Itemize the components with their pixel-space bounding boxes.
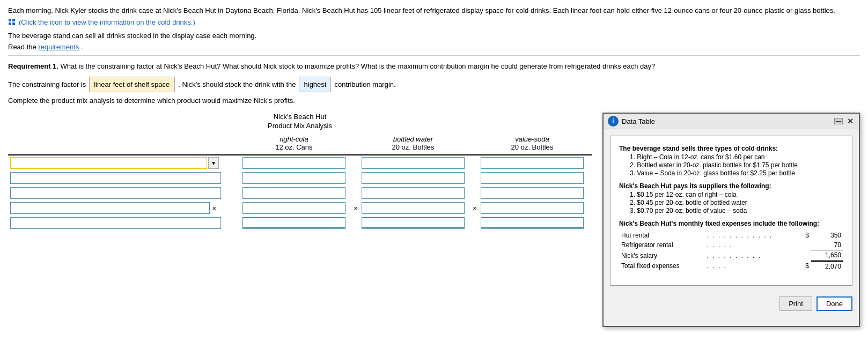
constraining-suffix: contribution margin. (334, 78, 395, 91)
expense-amount-hut: 350 (811, 231, 843, 240)
dropdown-arrow-btn[interactable]: ▼ (208, 157, 219, 169)
table-row-last (8, 216, 592, 231)
bottled-water-cell-2 (354, 170, 473, 185)
multiply-symbol-1: × (212, 204, 216, 212)
svg-rect-1 (12, 19, 15, 21)
expense-dollar-hut: $ (800, 231, 811, 240)
period: . (81, 43, 83, 51)
label-cell-3 (8, 185, 234, 201)
constraining-row: The constraining factor is linear feet o… (8, 77, 860, 92)
col-bottled-water-bottom: 20 oz. Bottles (356, 143, 470, 153)
label-cell-2 (8, 170, 234, 185)
dialog-controls: — ✕ (834, 117, 855, 125)
expense-row-total: Total fixed expenses . . . . $ 2,070 (619, 261, 843, 272)
drinks-title: The beverage stand sells three types of … (619, 145, 843, 152)
label-dropdown-container: ▼ (10, 157, 232, 169)
constraining-fill-box[interactable]: linear feet of shelf space (89, 77, 175, 92)
label-input-2[interactable] (10, 172, 221, 184)
supplier-section: Nick's Beach Hut pays its suppliers the … (619, 182, 843, 214)
main-layout: Nick's Beach Hut Product Mix Analysis ri… (8, 113, 860, 327)
right-cola-input-3[interactable] (242, 187, 346, 199)
table-row: ▼ (8, 155, 592, 170)
bottled-water-input-2[interactable] (362, 172, 465, 184)
value-soda-input-2[interactable] (481, 172, 584, 184)
drinks-section: The beverage stand sells three types of … (619, 145, 843, 177)
done-button[interactable]: Done (816, 296, 852, 311)
expense-row-refrig: Refrigerator rental . . . . . 70 (619, 240, 843, 250)
expense-row-salary: Nick's salary . . . . . . . . . . 1,650 (619, 250, 843, 261)
label-input-5[interactable] (10, 217, 221, 229)
bottled-water-cell-3 (354, 185, 473, 201)
table-row (8, 185, 592, 201)
req-question-text: What is the constraining factor at Nick'… (61, 62, 656, 70)
right-cola-input-4[interactable] (242, 202, 346, 214)
bottled-water-input-4[interactable] (362, 202, 465, 214)
constraining-middle: . Nick's should stock the drink with the (178, 78, 296, 91)
constraining-fill-small[interactable]: highest (299, 77, 331, 92)
expense-label-salary: Nick's salary (619, 250, 704, 261)
col-value-soda-top: value-soda (475, 135, 590, 143)
label-input-1[interactable] (10, 157, 207, 169)
col-label-header (8, 134, 234, 155)
bottled-water-input-5[interactable] (362, 217, 465, 229)
read-text: Read the (8, 43, 36, 51)
icon-link-text: (Click the icon to view the information … (19, 18, 195, 26)
value-soda-input-1[interactable] (481, 157, 584, 169)
value-soda-cell-3 (473, 185, 592, 201)
info-icon: i (608, 116, 619, 127)
grid-icon (8, 18, 17, 27)
value-soda-cell-4 (473, 201, 592, 216)
right-cola-cell-5 (234, 216, 354, 231)
supplier-item-2: 2. $0.45 per 20-oz. bottle of bottled wa… (630, 199, 843, 206)
svg-rect-0 (9, 19, 11, 21)
value-soda-input-4[interactable] (481, 202, 584, 214)
table-row (8, 170, 592, 185)
supplier-title: Nick's Beach Hut pays its suppliers the … (619, 182, 843, 190)
value-soda-input-3[interactable] (481, 187, 584, 199)
right-cola-input-1[interactable] (242, 157, 346, 169)
minimize-icon: — (836, 118, 841, 124)
requirement-1-section: Requirement 1. What is the constraining … (8, 61, 860, 105)
label-cell-1: ▼ (8, 155, 234, 170)
fixed-title: Nick's Beach Hut's monthly fixed expense… (619, 220, 843, 227)
bottled-water-cell-4: × (354, 201, 473, 216)
dialog-titlebar: i Data Table — ✕ (604, 114, 859, 129)
svg-rect-3 (12, 23, 15, 25)
dialog-minimize-btn[interactable]: — (834, 118, 843, 124)
label-cell-5 (8, 216, 234, 231)
value-soda-input-5[interactable] (481, 217, 584, 229)
intro-paragraph: Each morning, Nick Kyler stocks the drin… (8, 5, 860, 16)
label-cell-4: × (8, 201, 234, 216)
complete-text: Complete the product mix analysis to det… (8, 96, 860, 105)
bottled-water-input-3[interactable] (362, 187, 465, 199)
expense-dots-refrig: . . . . . (704, 240, 800, 250)
req-label: Requirement 1. (8, 62, 58, 70)
expense-label-refrig: Refrigerator rental (619, 240, 704, 250)
constraining-prefix: The constraining factor is (8, 78, 86, 91)
drink-item-2: 2. Bottled water in 20-oz. plastic bottl… (630, 161, 843, 169)
data-table-dialog: i Data Table — ✕ The beverage stand sell… (602, 113, 860, 327)
print-button[interactable]: Print (779, 296, 812, 311)
expense-amount-salary: 1,650 (811, 250, 843, 261)
fixed-expenses-section: Nick's Beach Hut's monthly fixed expense… (619, 220, 843, 271)
dialog-close-btn[interactable]: ✕ (846, 117, 855, 125)
right-cola-input-5[interactable] (242, 217, 346, 229)
multiply-symbol-3: × (473, 204, 477, 212)
expenses-table: Hut rental . . . . . . . . . . . . $ 350… (619, 231, 843, 271)
drink-item-3: 3. Value – Soda in 20-oz. glass bottles … (630, 169, 843, 177)
right-cola-cell-2 (234, 170, 354, 185)
expense-amount-refrig: 70 (811, 240, 843, 250)
label-input-4[interactable] (10, 202, 210, 214)
dialog-title-left: i Data Table (608, 116, 655, 127)
right-cola-input-2[interactable] (242, 172, 346, 184)
expense-dots-total: . . . . (704, 261, 800, 272)
requirements-link[interactable]: requirements (38, 43, 79, 51)
bottled-water-input-1[interactable] (362, 157, 465, 169)
analysis-section: Nick's Beach Hut Product Mix Analysis ri… (8, 113, 592, 231)
label-input-3[interactable] (10, 187, 221, 199)
supplier-item-3: 3. $0.70 per 20-oz. bottle of value – so… (630, 207, 843, 214)
dialog-content: The beverage stand sells three types of … (610, 136, 852, 286)
expense-dollar-total: $ (800, 261, 811, 272)
col-value-soda-header: value-soda 20 oz. Bottles (473, 134, 592, 155)
cold-drinks-icon-link[interactable]: (Click the icon to view the information … (8, 18, 195, 27)
